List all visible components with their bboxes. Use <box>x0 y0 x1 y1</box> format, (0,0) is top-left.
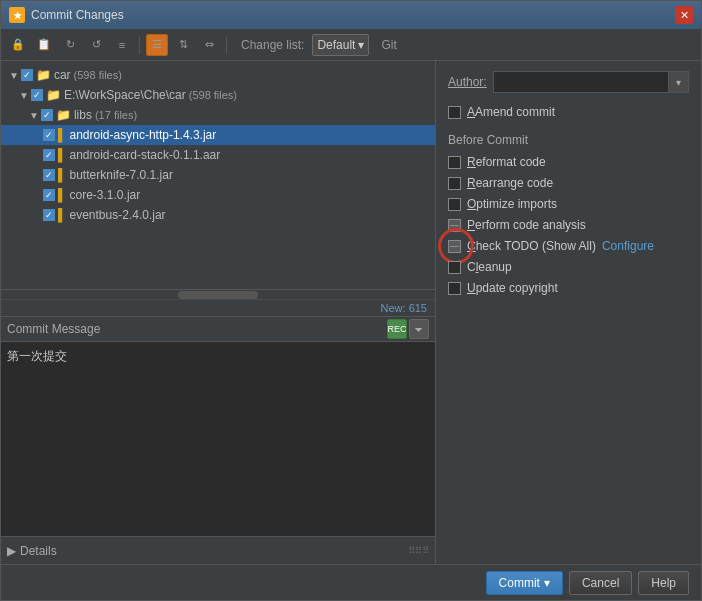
tree-item-workspace[interactable]: ▼ 📁 E:\WorkSpace\Che\car (598 files) <box>1 85 435 105</box>
scroll-row <box>1 289 435 299</box>
git-label: Git <box>381 38 396 52</box>
configure-link[interactable]: Configure <box>602 239 654 253</box>
tree-item-core[interactable]: ▌ core-3.1.0.jar <box>1 185 435 205</box>
tree-label-car: car <box>54 68 71 82</box>
file-icon-core: ▌ <box>58 188 67 202</box>
tree-item-butterknife[interactable]: ▌ butterknife-7.0.1.jar <box>1 165 435 185</box>
checkbox-async-http[interactable] <box>43 129 55 141</box>
diff-button[interactable]: ≡ <box>111 34 133 56</box>
toolbar-separator-1 <box>139 36 140 54</box>
folder-icon-car: 📁 <box>36 68 51 82</box>
toolbar: 🔒 📋 ↻ ↺ ≡ ☰ ⇅ ⇔ Change list: Default ▾ G… <box>1 29 701 61</box>
new-count: New: 615 <box>381 302 427 314</box>
checkbox-check-todo[interactable] <box>448 240 461 253</box>
checkbox-workspace[interactable] <box>31 89 43 101</box>
checkbox-reformat[interactable] <box>448 156 461 169</box>
checkbox-butterknife[interactable] <box>43 169 55 181</box>
checkbox-copyright[interactable] <box>448 282 461 295</box>
expand-button[interactable]: ⇔ <box>198 34 220 56</box>
option-copyright: Update copyright <box>448 281 689 295</box>
checkbox-perform[interactable] <box>448 219 461 232</box>
label-copyright: Update copyright <box>467 281 558 295</box>
msg-history-button[interactable]: ⏷ <box>409 319 429 339</box>
option-rearrange: Rearrange code <box>448 176 689 190</box>
undo-button[interactable]: ↺ <box>85 34 107 56</box>
tree-meta-workspace: (598 files) <box>189 89 237 101</box>
tree-label-workspace: E:\WorkSpace\Che\car <box>64 88 186 102</box>
sync-button[interactable]: ↻ <box>59 34 81 56</box>
folder-icon-libs: 📁 <box>56 108 71 122</box>
rec-label: REC <box>388 324 407 334</box>
details-drag: ⠿⠿⠿ <box>408 545 429 556</box>
details-arrow-icon: ▶ <box>7 544 16 558</box>
right-panel: Author: ▾ AAmend commit Before Commit Re… <box>436 61 701 564</box>
commit-message-tools: REC ⏷ <box>387 319 429 339</box>
horizontal-scrollbar[interactable] <box>178 291 258 299</box>
label-rearrange: Rearrange code <box>467 176 553 190</box>
before-commit-title: Before Commit <box>448 133 689 147</box>
checkbox-rearrange[interactable] <box>448 177 461 190</box>
option-check-todo: Check TODO (Show All) Configure <box>448 239 689 253</box>
new-count-row: New: 615 <box>1 299 435 316</box>
commit-changes-window: ★ Commit Changes ✕ 🔒 📋 ↻ ↺ ≡ ☰ ⇅ ⇔ Chang… <box>0 0 702 601</box>
main-content: ▼ 📁 car (598 files) ▼ 📁 E:\WorkSpace\Che… <box>1 61 701 564</box>
details-label: Details <box>20 544 57 558</box>
option-reformat: Reformat code <box>448 155 689 169</box>
window-icon: ★ <box>9 7 25 23</box>
changelist-value: Default <box>317 38 355 52</box>
sort-button[interactable]: ⇅ <box>172 34 194 56</box>
tree-label-card-stack: android-card-stack-0.1.1.aar <box>70 148 221 162</box>
commit-label: Commit <box>499 576 540 590</box>
checkbox-car[interactable] <box>21 69 33 81</box>
close-button[interactable]: ✕ <box>675 6 693 24</box>
label-cleanup: Cleanup <box>467 260 512 274</box>
tree-label-eventbus: eventbus-2.4.0.jar <box>70 208 166 222</box>
file-icon-eventbus: ▌ <box>58 208 67 222</box>
title-bar: ★ Commit Changes ✕ <box>1 1 701 29</box>
tree-meta-libs: (17 files) <box>95 109 137 121</box>
commit-message-textarea[interactable] <box>1 342 435 536</box>
rec-button[interactable]: REC <box>387 319 407 339</box>
commit-message-header: Commit Message REC ⏷ <box>1 317 435 342</box>
checkbox-optimize[interactable] <box>448 198 461 211</box>
cancel-button[interactable]: Cancel <box>569 571 632 595</box>
footer: Commit ▾ Cancel Help <box>1 564 701 600</box>
checkbox-eventbus[interactable] <box>43 209 55 221</box>
amend-row: AAmend commit <box>448 105 689 119</box>
move-button[interactable]: ☰ <box>146 34 168 56</box>
tree-label-butterknife: butterknife-7.0.1.jar <box>70 168 173 182</box>
tree-item-libs[interactable]: ▼ 📁 libs (17 files) <box>1 105 435 125</box>
checkbox-card-stack[interactable] <box>43 149 55 161</box>
amend-label: AAmend commit <box>467 105 555 119</box>
commit-button[interactable]: Commit ▾ <box>486 571 563 595</box>
window-title: Commit Changes <box>31 8 675 22</box>
tree-label-core: core-3.1.0.jar <box>70 188 141 202</box>
lock-button[interactable]: 🔒 <box>7 34 29 56</box>
checkbox-cleanup[interactable] <box>448 261 461 274</box>
tree-item-car[interactable]: ▼ 📁 car (598 files) <box>1 65 435 85</box>
commit-arrow: ▾ <box>544 576 550 590</box>
option-cleanup: Cleanup <box>448 260 689 274</box>
author-row: Author: ▾ <box>448 71 689 93</box>
checkbox-core[interactable] <box>43 189 55 201</box>
amend-checkbox[interactable] <box>448 106 461 119</box>
author-input[interactable] <box>493 71 669 93</box>
label-optimize: Optimize imports <box>467 197 557 211</box>
file-icon-card-stack: ▌ <box>58 148 67 162</box>
changelist-arrow: ▾ <box>358 38 364 52</box>
left-panel: ▼ 📁 car (598 files) ▼ 📁 E:\WorkSpace\Che… <box>1 61 436 564</box>
details-section: ▶ Details ⠿⠿⠿ <box>1 536 435 564</box>
changelist-dropdown[interactable]: Default ▾ <box>312 34 369 56</box>
tree-item-card-stack[interactable]: ▌ android-card-stack-0.1.1.aar <box>1 145 435 165</box>
arrow-icon-libs: ▼ <box>29 110 39 121</box>
tree-item-eventbus[interactable]: ▌ eventbus-2.4.0.jar <box>1 205 435 225</box>
file-tree: ▼ 📁 car (598 files) ▼ 📁 E:\WorkSpace\Che… <box>1 61 435 289</box>
author-dropdown[interactable]: ▾ <box>669 71 689 93</box>
toolbar-separator-2 <box>226 36 227 54</box>
refresh-button[interactable]: 📋 <box>33 34 55 56</box>
changelist-label: Change list: <box>241 38 304 52</box>
arrow-icon: ▼ <box>9 70 19 81</box>
tree-item-async-http[interactable]: ▌ android-async-http-1.4.3.jar <box>1 125 435 145</box>
help-button[interactable]: Help <box>638 571 689 595</box>
checkbox-libs[interactable] <box>41 109 53 121</box>
